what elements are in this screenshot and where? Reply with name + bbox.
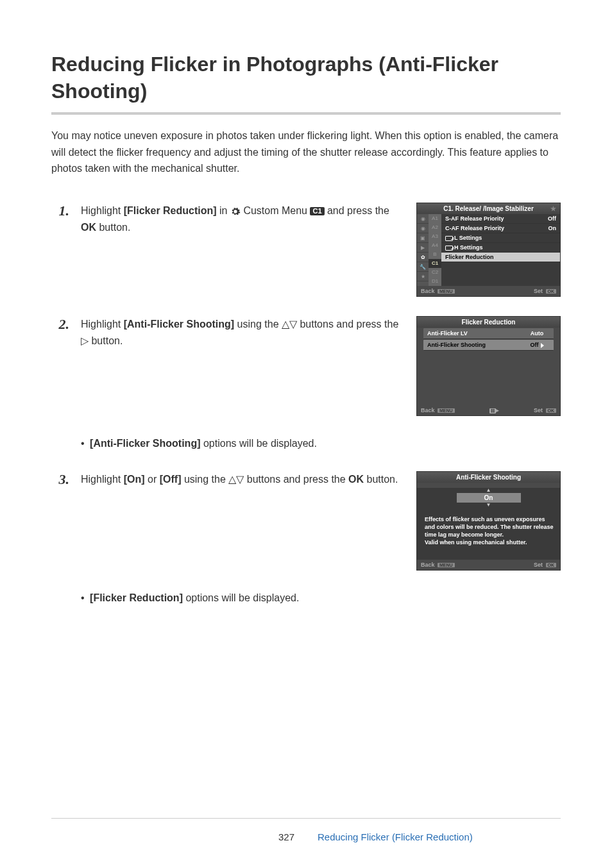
screen-3-selector: ▲ On ▼ — [457, 488, 521, 508]
star-tab-icon: ★ — [417, 272, 429, 281]
step-3-number: 3. — [51, 471, 69, 488]
screen-3-desc: Effects of flicker such as uneven exposu… — [417, 513, 560, 552]
screen-1-custom-menu: C1. Release/ /Image Stabilizer★ ◉ ◉ ▣ ▶ … — [416, 203, 561, 297]
screen-1-footer: Back MENU Set OK — [417, 286, 560, 296]
step-2-number: 2. — [51, 316, 69, 333]
step-3-bullet: [Flicker Reduction] options will be disp… — [90, 590, 561, 606]
wrench-icon: 🔧 — [417, 262, 429, 272]
footer-link[interactable]: Reducing Flicker (Flicker Reduction) — [318, 831, 473, 842]
camera2-icon: ◉ — [417, 224, 429, 233]
chevron-down-icon: ▼ — [457, 503, 521, 508]
page-footer: 327 Reducing Flicker (Flicker Reduction) — [51, 818, 561, 842]
step-3: 3. Highlight [On] or [Off] using the △▽ … — [51, 471, 561, 571]
gear-icon — [230, 206, 241, 217]
screen-3-anti-flicker-shooting: Anti-Flicker Shooting ▲ On ▼ Effects of … — [416, 471, 561, 571]
video-icon: ▣ — [417, 233, 429, 243]
step-2-text: Highlight [Anti-Flicker Shooting] using … — [81, 316, 404, 349]
step-2-bullet: [Anti-Flicker Shooting] options will be … — [90, 435, 561, 452]
drive-icon — [445, 236, 453, 241]
gear-tab-icon: ✿ — [417, 253, 429, 262]
screen-3-header: Anti-Flicker Shooting — [417, 472, 560, 483]
play-icon: ▶ — [417, 243, 429, 253]
chevron-right-icon — [541, 343, 544, 348]
drive-icon — [445, 246, 453, 251]
chevron-up-icon: ▲ — [457, 488, 521, 493]
screen-1-sidebar: ◉ ◉ ▣ ▶ ✿ 🔧 ★ — [417, 214, 429, 286]
step-2: 2. Highlight [Anti-Flicker Shooting] usi… — [51, 316, 561, 416]
screen-2-footer: Back MENU ☷▸ Set OK — [417, 405, 560, 415]
c1-badge: C1 — [310, 207, 324, 215]
star-icon: ★ — [550, 205, 556, 212]
screen-1-rows: S-AF Release PriorityOff C-AF Release Pr… — [441, 214, 560, 286]
step-3-text: Highlight [On] or [Off] using the △▽ but… — [81, 471, 404, 488]
step-1-number: 1. — [51, 203, 69, 219]
up-down-icon: △▽ — [228, 474, 244, 485]
intro-text: You may notice uneven exposure in photos… — [51, 128, 561, 177]
up-down-icon: △▽ — [282, 319, 297, 330]
screen-2-flicker-reduction: Flicker Reduction Anti-Flicker LVAuto An… — [416, 316, 561, 416]
screen-2-header: Flicker Reduction — [417, 317, 560, 328]
page-number: 327 — [51, 831, 306, 842]
screen-3-footer: Back MENU Set OK — [417, 560, 560, 570]
step-1-text: Highlight [Flicker Reduction] in Custom … — [81, 203, 404, 235]
right-icon: ▷ — [81, 335, 89, 346]
info-icon: ☷ — [489, 408, 496, 413]
screen-1-subtabs: A1 A2 A3 A4 B C1 C2 D1 — [429, 214, 441, 286]
page-title: Reducing Flicker in Photographs (Anti-Fl… — [51, 51, 561, 115]
camera1-icon: ◉ — [417, 214, 429, 224]
step-1: 1. Highlight [Flicker Reduction] in Cust… — [51, 203, 561, 297]
screen-1-header: C1. Release/ /Image Stabilizer★ — [417, 203, 560, 214]
